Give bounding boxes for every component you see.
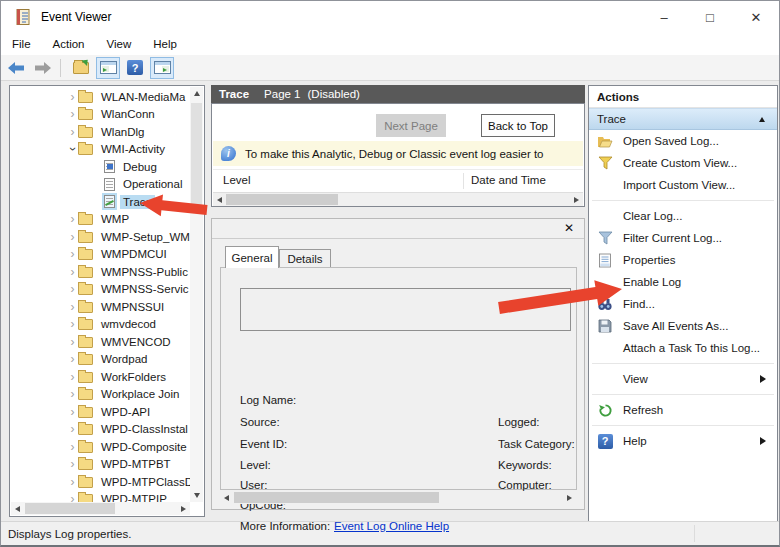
column-divider[interactable]	[463, 173, 464, 189]
minimize-button[interactable]: –	[641, 1, 687, 33]
actions-section-trace[interactable]: Trace	[589, 108, 777, 130]
chevron-right-icon[interactable]: ›	[67, 372, 78, 382]
tree-item[interactable]: ›WMP	[11, 211, 190, 229]
scroll-right-icon[interactable]	[177, 502, 190, 515]
action-view[interactable]: View	[589, 368, 777, 390]
tree-item[interactable]: ›WPD-ClassInstal	[11, 421, 190, 439]
open-folder-icon[interactable]	[69, 57, 93, 79]
scrollbar-thumb[interactable]	[25, 503, 115, 514]
action-clear-log[interactable]: Clear Log...	[589, 205, 777, 227]
tree-item[interactable]: ›Workplace Join	[11, 386, 190, 404]
tree-item[interactable]: ›WorkFolders	[11, 368, 190, 386]
chevron-right-icon[interactable]: ›	[67, 92, 78, 102]
chevron-right-icon[interactable]: ›	[67, 319, 78, 329]
tree-item[interactable]: ›WMPDMCUI	[11, 246, 190, 264]
tree-item[interactable]: ›WMVENCOD	[11, 333, 190, 351]
event-log-online-help-link[interactable]: Event Log Online Help	[334, 520, 449, 532]
action-filter-current-log[interactable]: Filter Current Log...	[589, 227, 777, 249]
tree-item[interactable]: ›WPD-MTPClassD	[11, 473, 190, 491]
tab-details[interactable]: Details	[279, 249, 331, 268]
tree-item[interactable]: Debug	[11, 158, 190, 176]
scrollbar-thumb[interactable]	[191, 103, 202, 213]
menu-action[interactable]: Action	[42, 38, 96, 50]
scroll-left-icon[interactable]	[213, 193, 226, 206]
action-refresh[interactable]: Refresh	[589, 399, 777, 421]
scroll-up-icon[interactable]	[190, 87, 203, 100]
chevron-right-icon[interactable]: ›	[67, 477, 78, 487]
chevron-right-icon[interactable]: ›	[67, 459, 78, 469]
chevron-right-icon[interactable]: ›	[67, 214, 78, 224]
tree-item[interactable]: ›wmvdecod	[11, 316, 190, 334]
tree-item[interactable]: ›Wordpad	[11, 351, 190, 369]
action-help[interactable]: ? Help	[589, 430, 777, 452]
menu-help[interactable]: Help	[142, 38, 188, 50]
show-action-pane-icon[interactable]	[150, 57, 174, 79]
action-save-all-events-as[interactable]: Save All Events As...	[589, 315, 777, 337]
chevron-right-icon[interactable]: ›	[67, 442, 78, 452]
menu-file[interactable]: File	[1, 38, 42, 50]
tab-general[interactable]: General	[225, 246, 279, 268]
action-enable-log[interactable]: Enable Log	[589, 271, 777, 293]
tree-item-trace[interactable]: Trace	[11, 193, 190, 211]
forward-icon[interactable]	[31, 57, 55, 79]
tree-item[interactable]: ›WPD-MTPBT	[11, 456, 190, 474]
results-horizontal-scrollbar[interactable]	[213, 193, 583, 206]
tree-item[interactable]: ›WPD-Composite	[11, 438, 190, 456]
chevron-right-icon[interactable]: ›	[67, 494, 78, 502]
tree-item[interactable]: ›WlanConn	[11, 106, 190, 124]
chevron-right-icon[interactable]: ›	[67, 389, 78, 399]
back-to-top-button[interactable]: Back to Top	[481, 114, 555, 137]
action-import-custom-view[interactable]: Import Custom View...	[589, 174, 777, 196]
tree-item[interactable]: Operational	[11, 176, 190, 194]
tree-vertical-scrollbar[interactable]	[190, 87, 203, 502]
collapse-icon[interactable]	[759, 117, 765, 122]
tree-item[interactable]: ›WMPNSS-Servic	[11, 281, 190, 299]
menu-bar: File Action View Help	[1, 33, 779, 55]
chevron-right-icon[interactable]: ›	[67, 267, 78, 277]
maximize-button[interactable]: □	[687, 1, 733, 33]
tree-item[interactable]: ›WMI-Activity	[11, 141, 190, 159]
chevron-right-icon[interactable]: ›	[67, 127, 78, 137]
help-icon[interactable]: ?	[123, 57, 147, 79]
scrollbar-thumb[interactable]	[234, 492, 439, 503]
scroll-left-icon[interactable]	[11, 502, 24, 515]
preview-horizontal-scrollbar[interactable]	[220, 491, 576, 504]
chevron-right-icon[interactable]: ›	[67, 232, 78, 242]
menu-view[interactable]: View	[96, 38, 143, 50]
back-icon[interactable]	[4, 57, 28, 79]
chevron-right-icon[interactable]: ›	[67, 249, 78, 259]
tree-item[interactable]: ›WMP-Setup_WM	[11, 228, 190, 246]
action-attach-task[interactable]: Attach a Task To this Log...	[589, 337, 777, 359]
column-level[interactable]: Level	[223, 174, 251, 186]
tree-item[interactable]: ›WMPNSSUI	[11, 298, 190, 316]
chevron-right-icon[interactable]: ›	[67, 354, 78, 364]
scroll-left-icon[interactable]	[220, 491, 233, 504]
tree-horizontal-scrollbar[interactable]	[11, 502, 190, 515]
scrollbar-thumb[interactable]	[226, 194, 338, 205]
scroll-right-icon[interactable]	[563, 491, 576, 504]
action-find[interactable]: Find...	[589, 293, 777, 315]
scroll-down-icon[interactable]	[190, 489, 203, 502]
tree-item[interactable]: ›WLAN-MediaMa	[11, 88, 190, 106]
tree-item[interactable]: ›WPD-API	[11, 403, 190, 421]
chevron-right-icon[interactable]: ›	[67, 284, 78, 294]
chevron-right-icon[interactable]: ›	[67, 302, 78, 312]
chevron-right-icon[interactable]: ›	[67, 424, 78, 434]
action-create-custom-view[interactable]: Create Custom View...	[589, 152, 777, 174]
column-date-and-time[interactable]: Date and Time	[471, 174, 546, 186]
chevron-right-icon[interactable]: ›	[67, 109, 78, 119]
chevron-right-icon[interactable]: ›	[67, 337, 78, 347]
status-text: Displays Log properties.	[8, 528, 131, 540]
action-properties[interactable]: Properties	[589, 249, 777, 271]
chevron-down-icon[interactable]: ›	[68, 144, 78, 155]
tree-item[interactable]: ›WlanDlg	[11, 123, 190, 141]
tree-item[interactable]: ›WMPNSS-Public	[11, 263, 190, 281]
close-preview-icon[interactable]: ✕	[564, 221, 574, 235]
show-console-tree-icon[interactable]	[96, 57, 120, 79]
action-open-saved-log[interactable]: Open Saved Log...	[589, 130, 777, 152]
tree-item[interactable]: ›WPD-MTPIP	[11, 491, 190, 503]
next-page-button[interactable]: Next Page	[376, 114, 446, 137]
close-button[interactable]: ✕	[733, 1, 779, 33]
chevron-right-icon[interactable]: ›	[67, 407, 78, 417]
scroll-right-icon[interactable]	[570, 193, 583, 206]
